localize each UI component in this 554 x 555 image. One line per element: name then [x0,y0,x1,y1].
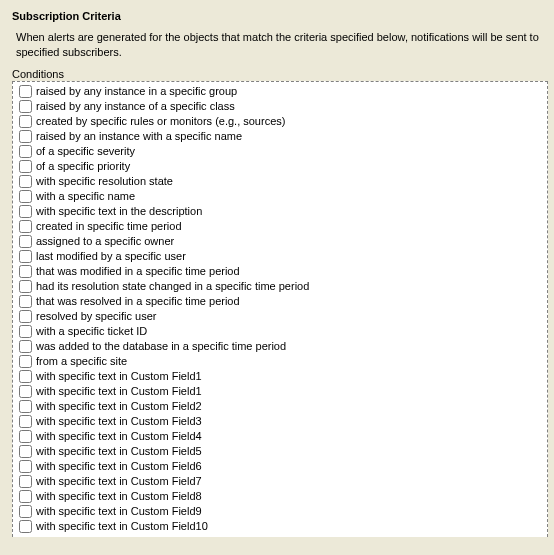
condition-label: raised by any instance in a specific gro… [36,84,545,99]
condition-checkbox[interactable] [19,85,32,98]
condition-checkbox[interactable] [19,175,32,188]
conditions-list[interactable]: raised by any instance in a specific gro… [12,81,548,537]
condition-label: with specific text in Custom Field6 [36,459,545,474]
condition-row[interactable]: with specific resolution state [17,174,545,189]
condition-label: with a specific name [36,189,545,204]
condition-checkbox[interactable] [19,310,32,323]
condition-row[interactable]: of a specific priority [17,159,545,174]
condition-label: with specific text in Custom Field1 [36,384,545,399]
condition-row[interactable]: created by specific rules or monitors (e… [17,114,545,129]
condition-row[interactable]: with specific text in Custom Field6 [17,459,545,474]
condition-label: with specific text in Custom Field5 [36,444,545,459]
condition-row[interactable]: raised by any instance in a specific gro… [17,84,545,99]
condition-checkbox[interactable] [19,160,32,173]
condition-label: with a specific ticket ID [36,324,545,339]
condition-label: that was modified in a specific time per… [36,264,545,279]
condition-row[interactable]: with specific text in Custom Field3 [17,414,545,429]
condition-row[interactable]: resolved by specific user [17,309,545,324]
condition-checkbox[interactable] [19,430,32,443]
condition-row[interactable]: with a specific name [17,189,545,204]
condition-row[interactable]: with specific text in Custom Field10 [17,519,545,534]
condition-label: resolved by specific user [36,309,545,324]
condition-label: created by specific rules or monitors (e… [36,114,545,129]
condition-label: raised by any instance of a specific cla… [36,99,545,114]
page-title: Subscription Criteria [12,10,542,22]
condition-row[interactable]: assigned to a specific owner [17,234,545,249]
condition-label: of a specific priority [36,159,545,174]
condition-row[interactable]: with specific text in Custom Field1 [17,384,545,399]
condition-row[interactable]: last modified by a specific user [17,249,545,264]
condition-row[interactable]: from a specific site [17,354,545,369]
condition-row[interactable]: of a specific severity [17,144,545,159]
condition-row[interactable]: was added to the database in a specific … [17,339,545,354]
condition-checkbox[interactable] [19,355,32,368]
condition-label: with specific text in Custom Field7 [36,474,545,489]
condition-checkbox[interactable] [19,340,32,353]
condition-checkbox[interactable] [19,415,32,428]
condition-label: with specific text in Custom Field10 [36,519,545,534]
condition-checkbox[interactable] [19,475,32,488]
condition-label: assigned to a specific owner [36,234,545,249]
condition-label: from a specific site [36,354,545,369]
condition-label: had its resolution state changed in a sp… [36,279,545,294]
condition-label: that was resolved in a specific time per… [36,294,545,309]
condition-row[interactable]: with specific text in Custom Field5 [17,444,545,459]
condition-row[interactable]: that was modified in a specific time per… [17,264,545,279]
condition-checkbox[interactable] [19,115,32,128]
condition-row[interactable]: with specific text in Custom Field7 [17,474,545,489]
condition-checkbox[interactable] [19,385,32,398]
condition-checkbox[interactable] [19,490,32,503]
condition-row[interactable]: with a specific ticket ID [17,324,545,339]
condition-checkbox[interactable] [19,100,32,113]
condition-label: of a specific severity [36,144,545,159]
condition-row[interactable]: with specific text in the description [17,204,545,219]
condition-checkbox[interactable] [19,205,32,218]
condition-checkbox[interactable] [19,325,32,338]
condition-checkbox[interactable] [19,145,32,158]
condition-row[interactable]: with specific text in Custom Field2 [17,399,545,414]
condition-label: raised by an instance with a specific na… [36,129,545,144]
condition-checkbox[interactable] [19,130,32,143]
condition-checkbox[interactable] [19,370,32,383]
condition-label: with specific text in Custom Field2 [36,399,545,414]
header-panel: Subscription Criteria When alerts are ge… [0,0,554,68]
condition-label: with specific text in Custom Field3 [36,414,545,429]
condition-label: with specific text in Custom Field4 [36,429,545,444]
condition-row[interactable]: had its resolution state changed in a sp… [17,279,545,294]
condition-checkbox[interactable] [19,190,32,203]
condition-checkbox[interactable] [19,505,32,518]
condition-label: with specific text in Custom Field8 [36,489,545,504]
condition-row[interactable]: created in specific time period [17,219,545,234]
condition-checkbox[interactable] [19,250,32,263]
condition-row[interactable]: with specific text in Custom Field8 [17,489,545,504]
condition-label: last modified by a specific user [36,249,545,264]
condition-checkbox[interactable] [19,280,32,293]
condition-checkbox[interactable] [19,445,32,458]
condition-label: with specific text in the description [36,204,545,219]
condition-row[interactable]: with specific text in Custom Field9 [17,504,545,519]
condition-label: with specific text in Custom Field9 [36,504,545,519]
condition-checkbox[interactable] [19,265,32,278]
condition-row[interactable]: raised by any instance of a specific cla… [17,99,545,114]
condition-row[interactable]: raised by an instance with a specific na… [17,129,545,144]
condition-checkbox[interactable] [19,460,32,473]
condition-row[interactable]: with specific text in Custom Field4 [17,429,545,444]
condition-checkbox[interactable] [19,400,32,413]
condition-checkbox[interactable] [19,295,32,308]
conditions-label: Conditions [0,68,554,81]
condition-label: created in specific time period [36,219,545,234]
condition-row[interactable]: that was resolved in a specific time per… [17,294,545,309]
condition-checkbox[interactable] [19,520,32,533]
condition-checkbox[interactable] [19,220,32,233]
page-description: When alerts are generated for the object… [12,30,542,60]
condition-row[interactable]: with specific text in Custom Field1 [17,369,545,384]
condition-checkbox[interactable] [19,235,32,248]
condition-label: with specific resolution state [36,174,545,189]
condition-label: was added to the database in a specific … [36,339,545,354]
condition-label: with specific text in Custom Field1 [36,369,545,384]
